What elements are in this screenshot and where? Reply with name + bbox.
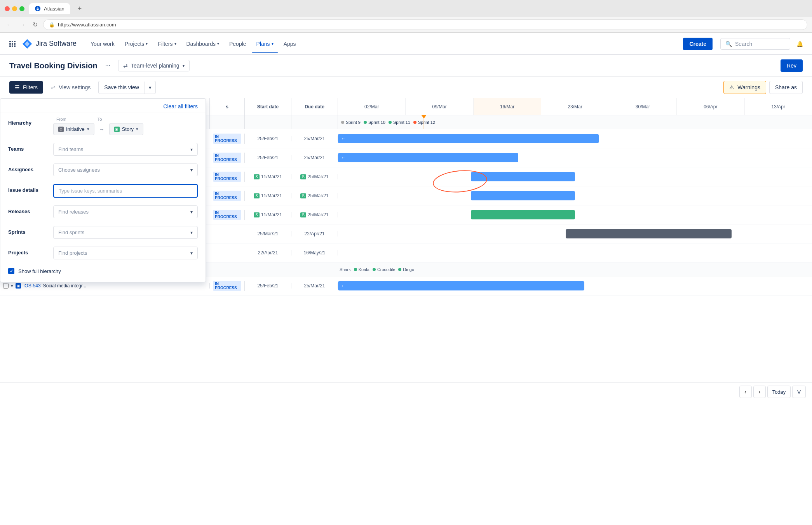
clear-all-filters-button[interactable]: Clear all filters (163, 103, 198, 110)
row-status-cell: IN PROGRESS (210, 210, 245, 220)
sprint-dot-green (364, 121, 367, 124)
filters-button[interactable]: ☰ Filters (9, 81, 43, 94)
gantt-bar[interactable]: ← (338, 134, 599, 143)
status-badge: IN PROGRESS (213, 172, 241, 182)
releases-filter-row: Releases Find releases ▾ (0, 202, 206, 222)
date-col-13apr: 13/Apr (745, 98, 812, 115)
row-due-cell: 16/May/21 (291, 250, 338, 256)
page-menu-button[interactable]: ··· (102, 61, 113, 71)
gantt-bar[interactable] (471, 172, 575, 181)
planning-mode-button[interactable]: ⇄ Team-level planning ▾ (118, 60, 190, 71)
row-chart-cell (338, 205, 812, 224)
notification-bell-icon[interactable]: 🔔 (793, 38, 806, 50)
gantt-bar[interactable]: ← (338, 153, 518, 162)
chevron-down-icon: ▾ (174, 42, 176, 46)
status-col-label: s (226, 104, 228, 110)
nav-item-your-work[interactable]: Your work (86, 38, 119, 50)
releases-dropdown[interactable]: Find releases ▾ (53, 205, 198, 218)
chevron-down-icon: ▾ (217, 42, 219, 46)
row-checkbox[interactable] (3, 283, 9, 289)
nav-item-people[interactable]: People (225, 38, 251, 50)
row-start-cell: 25/Feb/21 (245, 283, 291, 289)
filter-icon: ☰ (15, 84, 20, 90)
hierarchy-controls: From To ⊙ Initiative ▾ → ▣ Story (53, 117, 198, 135)
logo[interactable]: Jira Software (22, 38, 77, 49)
view-mode-button[interactable]: V (792, 386, 806, 398)
search-box[interactable]: 🔍 Search (720, 38, 790, 50)
projects-dropdown[interactable]: Find projects ▾ (53, 247, 198, 259)
version-koala: Koala (354, 267, 369, 272)
expand-icon[interactable]: ▾ (11, 283, 13, 289)
jira-app: Jira Software Your work Projects ▾ Filte… (0, 33, 812, 525)
back-button[interactable]: ← (5, 20, 14, 30)
status-badge: IN PROGRESS (213, 134, 241, 144)
teams-dropdown[interactable]: Find teams ▾ (53, 143, 198, 156)
gantt-bar[interactable]: ← (338, 281, 584, 290)
sprints-dropdown[interactable]: Find sprints ▾ (53, 226, 198, 239)
issue-details-label: Issue details (8, 184, 47, 193)
gantt-bar[interactable] (471, 191, 575, 200)
app-switcher-button[interactable] (6, 38, 19, 50)
forward-button[interactable]: → (18, 20, 27, 30)
assignees-label: Assignees (8, 163, 47, 172)
prev-button[interactable]: ‹ (739, 386, 752, 398)
next-button[interactable]: › (753, 386, 766, 398)
sprints-filter-row: Sprints Find sprints ▾ (0, 222, 206, 243)
row-chart-cell: ← (338, 148, 812, 167)
save-view-dropdown-button[interactable]: ▾ (145, 82, 155, 94)
create-button[interactable]: Create (683, 38, 713, 50)
maximize-button[interactable] (19, 6, 24, 11)
planning-label: Team-level planning (131, 63, 179, 69)
row-start-cell: 25/Feb/21 (245, 136, 291, 141)
address-bar[interactable]: 🔒 https://www.atlassian.com (43, 19, 807, 30)
gantt-bar-dark[interactable] (566, 229, 732, 238)
row-due-cell: 25/Mar/21 (291, 136, 338, 141)
row-start-cell: 25/Feb/21 (245, 155, 291, 160)
status-badge: IN PROGRESS (213, 153, 241, 163)
nav-item-apps[interactable]: Apps (279, 38, 301, 50)
review-button[interactable]: Rev (781, 59, 803, 72)
nav-item-plans[interactable]: Plans ▾ (252, 38, 278, 50)
bottom-navigation: ‹ › Today V (0, 382, 812, 401)
minimize-button[interactable] (12, 6, 17, 11)
nav-item-filters[interactable]: Filters ▾ (153, 38, 181, 50)
reload-button[interactable]: ↻ (31, 19, 39, 30)
version-dot-green (398, 268, 401, 271)
grid-dot (12, 45, 13, 47)
today-marker (423, 115, 424, 129)
issue-details-input[interactable] (53, 184, 198, 198)
view-settings-button[interactable]: ⇌ View settings (46, 81, 95, 94)
row-id[interactable]: IOS-543 (23, 283, 41, 289)
main-content-area: Clear all filters Hierarchy From To ⊙ In… (0, 98, 812, 401)
browser-tab[interactable]: Atlassian (29, 3, 70, 14)
close-button[interactable] (5, 6, 10, 11)
releases-placeholder: Find releases (58, 209, 89, 215)
arrow-icon: ← (341, 283, 346, 289)
sprint-dot-gray (341, 121, 344, 124)
assignees-dropdown[interactable]: Choose assignees ▾ (53, 163, 198, 176)
hierarchy-to-dropdown[interactable]: ▣ Story ▾ (109, 123, 143, 135)
chevron-down-icon: ▾ (190, 209, 193, 215)
from-label: From (56, 117, 66, 122)
gantt-bar-green[interactable] (471, 210, 575, 219)
warnings-button[interactable]: ⚠ Warnings (723, 81, 766, 94)
page-header: Travel Booking Division ··· ⇄ Team-level… (0, 55, 812, 77)
share-button[interactable]: Share as (769, 81, 803, 94)
browser-navigation: ← → ↻ 🔒 https://www.atlassian.com (0, 17, 812, 33)
url-text: https://www.atlassian.com (58, 22, 116, 28)
show-full-hierarchy-checkbox[interactable] (8, 268, 14, 274)
nav-item-dashboards[interactable]: Dashboards ▾ (182, 38, 224, 50)
new-tab-button[interactable]: + (75, 5, 85, 13)
version-timeline: Shark Koala Crocodile Dingo (338, 267, 812, 272)
hierarchy-from-dropdown[interactable]: ⊙ Initiative ▾ (53, 123, 94, 135)
projects-placeholder: Find projects (58, 250, 87, 256)
search-placeholder: Search (735, 41, 752, 47)
nav-item-projects[interactable]: Projects ▾ (120, 38, 153, 50)
sprint-due-spacer (291, 115, 338, 129)
today-button[interactable]: Today (767, 386, 791, 398)
sprint-badge-9: Sprint 9 (341, 120, 361, 125)
row-chart-cell (338, 167, 812, 186)
chevron-down-icon: ▾ (136, 127, 138, 132)
settings-icon: ⇌ (51, 84, 56, 90)
save-view-button[interactable]: Save this view (99, 81, 144, 94)
